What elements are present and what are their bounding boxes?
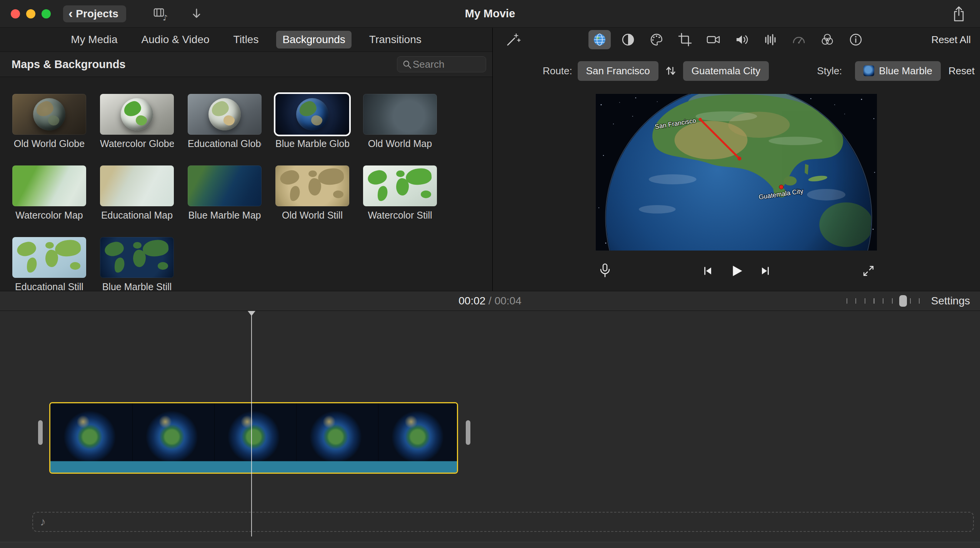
- media-browser-button[interactable]: ♪: [150, 5, 171, 22]
- background-item-educational-globe[interactable]: Educational Globe: [188, 94, 262, 148]
- earth-preview-graphic: San Francisco Guatemala City: [596, 94, 877, 251]
- thumbnail-blue-marble-map[interactable]: [188, 165, 262, 206]
- browser-title: Maps & Backgrounds: [12, 58, 126, 71]
- background-item-blue-marble-map[interactable]: Blue Marble Map: [188, 165, 262, 219]
- info-button[interactable]: [845, 30, 867, 49]
- background-item-old-world-still[interactable]: Old World Still: [275, 165, 349, 219]
- skip-back-icon: [701, 264, 715, 278]
- style-picker-button[interactable]: Blue Marble: [855, 61, 941, 81]
- skip-forward-icon: [758, 264, 772, 278]
- thumbnail-watercolor-globe[interactable]: [100, 94, 174, 135]
- magic-wand-icon: [505, 31, 522, 48]
- reset-all-button[interactable]: Reset All: [931, 34, 971, 46]
- background-item-blue-marble-globe[interactable]: Blue Marble Globe: [275, 94, 349, 148]
- background-item-old-world-globe[interactable]: Old World Globe: [12, 94, 86, 148]
- thumbnail-blue-marble-still[interactable]: [100, 237, 174, 278]
- zoom-button[interactable]: [42, 9, 51, 18]
- thumbnail-educational-map[interactable]: [100, 165, 174, 206]
- info-icon: [847, 31, 864, 48]
- thumbnail-old-world-map[interactable]: [363, 94, 437, 135]
- background-item-educational-map[interactable]: Educational Map: [100, 165, 174, 219]
- fullscreen-button[interactable]: [861, 263, 876, 279]
- content-browser-panel: My Media Audio & Video Titles Background…: [0, 28, 493, 291]
- music-note-icon: ♪: [40, 515, 46, 528]
- share-button[interactable]: [948, 5, 969, 22]
- voiceover-record-button[interactable]: [597, 262, 613, 280]
- crop-button[interactable]: [674, 30, 696, 49]
- thumbnail-educational-still[interactable]: [12, 237, 86, 278]
- route-from-button[interactable]: San Francisco: [578, 61, 658, 81]
- volume-button[interactable]: [731, 30, 753, 49]
- background-item-educational-still[interactable]: Educational Still: [12, 237, 86, 291]
- stabilization-button[interactable]: [702, 30, 725, 49]
- svg-text:♪: ♪: [163, 13, 168, 22]
- speed-button[interactable]: [788, 30, 810, 49]
- playhead-line[interactable]: [251, 315, 252, 536]
- skip-forward-button[interactable]: [758, 264, 772, 278]
- tab-transitions[interactable]: Transitions: [363, 31, 428, 48]
- clip-trim-handle-left[interactable]: [38, 420, 43, 445]
- background-item-old-world-map[interactable]: Old World Map: [363, 94, 437, 148]
- color-balance-button[interactable]: [617, 30, 639, 49]
- swap-arrows-icon: [663, 62, 678, 79]
- search-input[interactable]: [413, 58, 482, 70]
- tab-backgrounds[interactable]: Backgrounds: [276, 31, 351, 48]
- zoom-slider-track[interactable]: [847, 298, 920, 304]
- minimize-button[interactable]: [26, 9, 35, 18]
- swap-route-button[interactable]: [661, 62, 681, 80]
- timeline-settings-button[interactable]: Settings: [931, 295, 970, 307]
- color-correction-button[interactable]: [645, 30, 668, 49]
- clip-filters-button[interactable]: [816, 30, 838, 49]
- playhead-marker[interactable]: [248, 311, 255, 316]
- projects-back-button[interactable]: ‹ Projects: [63, 5, 126, 22]
- clip-frame: [296, 403, 378, 461]
- import-button[interactable]: [186, 5, 207, 22]
- play-from-start-button[interactable]: [701, 264, 715, 278]
- thumbnail-watercolor-map[interactable]: [12, 165, 86, 206]
- enhance-wand-button[interactable]: [502, 30, 524, 49]
- inspector-tool-group: [588, 30, 867, 49]
- background-music-well[interactable]: ♪: [32, 512, 974, 532]
- close-button[interactable]: [11, 9, 20, 18]
- thumbnail-watercolor-still[interactable]: [363, 165, 437, 206]
- backgrounds-grid: Old World Globe Watercolor Globe Educati…: [0, 77, 492, 291]
- map-settings-button[interactable]: [588, 30, 611, 49]
- share-icon: [951, 5, 967, 22]
- timeline-area[interactable]: ♪: [0, 311, 980, 548]
- transport-controls: [701, 262, 772, 280]
- world-map-graphic: [275, 165, 349, 206]
- play-icon: [728, 262, 745, 280]
- timeline-toolbar: 00:02 / 00:04 Settings: [0, 291, 980, 311]
- time-display: 00:02 / 00:04: [458, 295, 522, 307]
- tab-my-media[interactable]: My Media: [65, 31, 123, 48]
- projects-label: Projects: [76, 8, 118, 20]
- thumbnail-label: Watercolor Globe: [100, 138, 174, 149]
- play-button[interactable]: [728, 262, 745, 280]
- tab-audio-video[interactable]: Audio & Video: [135, 31, 216, 48]
- reset-button[interactable]: Reset: [948, 65, 975, 77]
- style-thumbnail-icon: [863, 65, 874, 76]
- thumbnail-label: Educational Map: [100, 210, 174, 221]
- background-item-watercolor-still[interactable]: Watercolor Still: [363, 165, 437, 219]
- route-to-button[interactable]: Guatemala City: [683, 61, 769, 81]
- search-box[interactable]: [397, 56, 486, 72]
- thumbnail-old-world-still[interactable]: [275, 165, 349, 206]
- noise-reduction-button[interactable]: [759, 30, 782, 49]
- thumbnail-blue-marble-globe[interactable]: [275, 94, 349, 135]
- thumbnail-old-world-globe[interactable]: [12, 94, 86, 135]
- clip-frame: [132, 403, 214, 461]
- tab-titles[interactable]: Titles: [227, 31, 265, 48]
- clip-trim-handle-right[interactable]: [466, 420, 470, 445]
- thumbnail-educational-globe[interactable]: [188, 94, 262, 135]
- browser-header: Maps & Backgrounds: [0, 52, 492, 77]
- timeline-zoom-slider[interactable]: [847, 295, 920, 307]
- video-preview[interactable]: San Francisco Guatemala City: [596, 94, 877, 251]
- speaker-icon: [733, 31, 750, 48]
- contrast-icon: [620, 31, 637, 48]
- background-item-watercolor-map[interactable]: Watercolor Map: [12, 165, 86, 219]
- background-item-blue-marble-still[interactable]: Blue Marble Still: [100, 237, 174, 291]
- zoom-slider-thumb[interactable]: [899, 295, 907, 307]
- background-item-watercolor-globe[interactable]: Watercolor Globe: [100, 94, 174, 148]
- window-title: My Movie: [465, 7, 515, 20]
- timeline-clip-selected[interactable]: [49, 402, 458, 474]
